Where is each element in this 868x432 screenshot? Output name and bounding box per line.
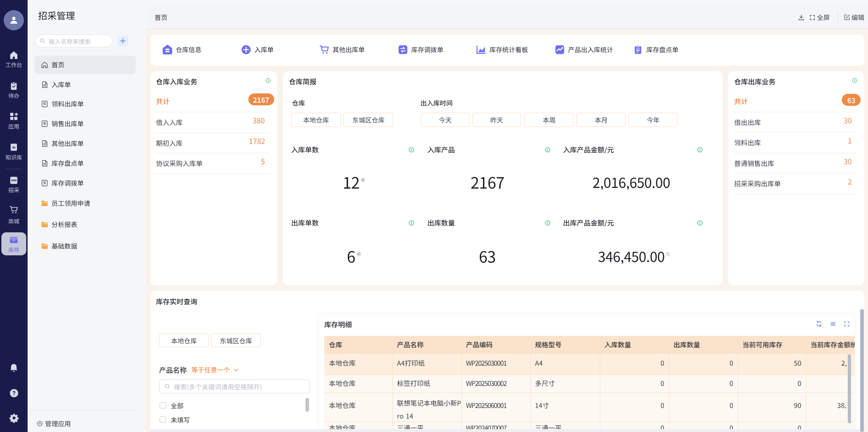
svg-text:AI: AI xyxy=(12,146,16,149)
svg-text:SRM: SRM xyxy=(11,179,17,182)
svg-text:?: ? xyxy=(12,390,16,397)
